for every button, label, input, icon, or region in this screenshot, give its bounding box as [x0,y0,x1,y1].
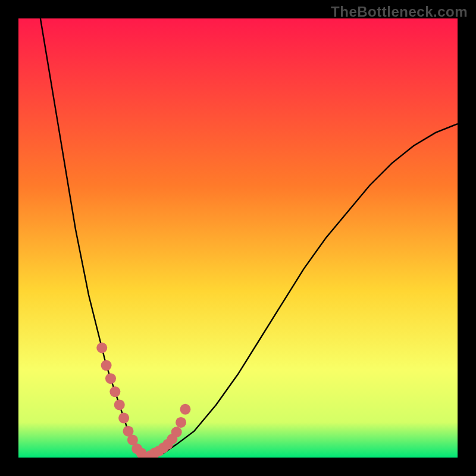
marker-dot [101,360,112,371]
marker-dot [171,427,182,437]
plot-svg [18,18,458,458]
plot-area [18,18,458,458]
marker-dot [118,413,129,424]
marker-dot [180,404,190,415]
gradient-background [18,18,458,458]
marker-dot [105,373,116,384]
marker-dot [96,343,107,353]
marker-dot [114,399,125,410]
watermark-text: TheBottleneck.com [331,4,468,20]
chart-frame: TheBottleneck.com [0,0,476,476]
marker-dot [176,417,186,428]
marker-dot [109,386,120,397]
